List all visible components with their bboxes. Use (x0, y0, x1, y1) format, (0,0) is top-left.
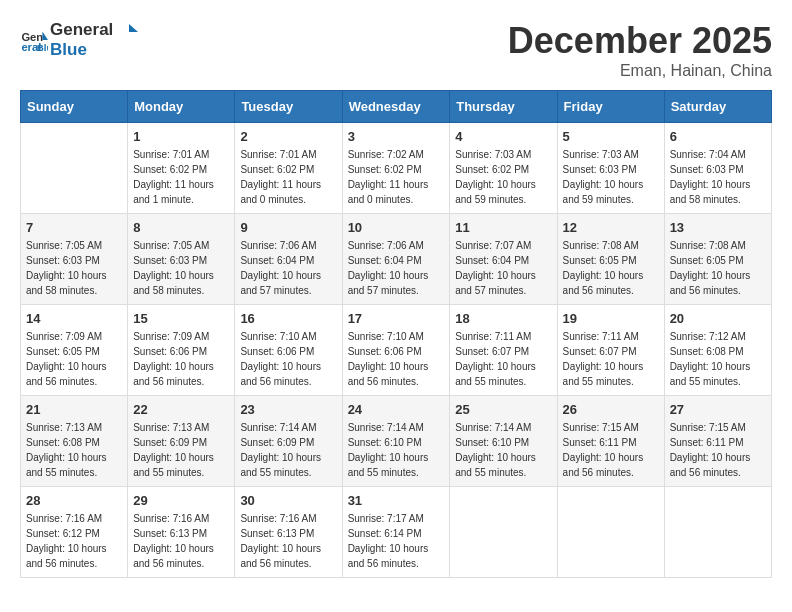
svg-marker-2 (42, 32, 48, 40)
day-number: 7 (26, 220, 122, 235)
day-info: Sunrise: 7:15 AM Sunset: 6:11 PM Dayligh… (670, 420, 766, 480)
day-info: Sunrise: 7:05 AM Sunset: 6:03 PM Dayligh… (133, 238, 229, 298)
calendar-cell: 21Sunrise: 7:13 AM Sunset: 6:08 PM Dayli… (21, 396, 128, 487)
day-info: Sunrise: 7:13 AM Sunset: 6:08 PM Dayligh… (26, 420, 122, 480)
day-number: 30 (240, 493, 336, 508)
calendar-cell: 27Sunrise: 7:15 AM Sunset: 6:11 PM Dayli… (664, 396, 771, 487)
day-number: 5 (563, 129, 659, 144)
day-info: Sunrise: 7:01 AM Sunset: 6:02 PM Dayligh… (240, 147, 336, 207)
day-info: Sunrise: 7:03 AM Sunset: 6:03 PM Dayligh… (563, 147, 659, 207)
day-info: Sunrise: 7:03 AM Sunset: 6:02 PM Dayligh… (455, 147, 551, 207)
day-number: 16 (240, 311, 336, 326)
day-info: Sunrise: 7:07 AM Sunset: 6:04 PM Dayligh… (455, 238, 551, 298)
day-number: 10 (348, 220, 445, 235)
day-info: Sunrise: 7:01 AM Sunset: 6:02 PM Dayligh… (133, 147, 229, 207)
calendar-cell (664, 487, 771, 578)
calendar-cell: 1Sunrise: 7:01 AM Sunset: 6:02 PM Daylig… (128, 123, 235, 214)
calendar-cell: 6Sunrise: 7:04 AM Sunset: 6:03 PM Daylig… (664, 123, 771, 214)
day-number: 4 (455, 129, 551, 144)
calendar-cell: 25Sunrise: 7:14 AM Sunset: 6:10 PM Dayli… (450, 396, 557, 487)
day-number: 15 (133, 311, 229, 326)
calendar-cell: 11Sunrise: 7:07 AM Sunset: 6:04 PM Dayli… (450, 214, 557, 305)
calendar-cell: 5Sunrise: 7:03 AM Sunset: 6:03 PM Daylig… (557, 123, 664, 214)
svg-text:Blue: Blue (37, 43, 48, 54)
week-row-1: 7Sunrise: 7:05 AM Sunset: 6:03 PM Daylig… (21, 214, 772, 305)
day-info: Sunrise: 7:16 AM Sunset: 6:13 PM Dayligh… (240, 511, 336, 571)
location: Eman, Hainan, China (508, 62, 772, 80)
calendar-cell: 7Sunrise: 7:05 AM Sunset: 6:03 PM Daylig… (21, 214, 128, 305)
header-cell-thursday: Thursday (450, 91, 557, 123)
day-info: Sunrise: 7:04 AM Sunset: 6:03 PM Dayligh… (670, 147, 766, 207)
week-row-0: 1Sunrise: 7:01 AM Sunset: 6:02 PM Daylig… (21, 123, 772, 214)
day-info: Sunrise: 7:14 AM Sunset: 6:10 PM Dayligh… (348, 420, 445, 480)
day-number: 3 (348, 129, 445, 144)
header-cell-sunday: Sunday (21, 91, 128, 123)
day-info: Sunrise: 7:09 AM Sunset: 6:06 PM Dayligh… (133, 329, 229, 389)
day-info: Sunrise: 7:14 AM Sunset: 6:09 PM Dayligh… (240, 420, 336, 480)
calendar-cell (21, 123, 128, 214)
logo: Gen eral Blue General Blue (20, 20, 138, 61)
day-number: 24 (348, 402, 445, 417)
day-number: 25 (455, 402, 551, 417)
page-header: Gen eral Blue General Blue December 2025… (20, 20, 772, 80)
day-number: 14 (26, 311, 122, 326)
day-number: 26 (563, 402, 659, 417)
day-info: Sunrise: 7:08 AM Sunset: 6:05 PM Dayligh… (670, 238, 766, 298)
day-info: Sunrise: 7:16 AM Sunset: 6:12 PM Dayligh… (26, 511, 122, 571)
day-number: 12 (563, 220, 659, 235)
calendar-cell: 15Sunrise: 7:09 AM Sunset: 6:06 PM Dayli… (128, 305, 235, 396)
header-row: SundayMondayTuesdayWednesdayThursdayFrid… (21, 91, 772, 123)
week-row-2: 14Sunrise: 7:09 AM Sunset: 6:05 PM Dayli… (21, 305, 772, 396)
calendar-header: SundayMondayTuesdayWednesdayThursdayFrid… (21, 91, 772, 123)
calendar-cell: 23Sunrise: 7:14 AM Sunset: 6:09 PM Dayli… (235, 396, 342, 487)
day-number: 2 (240, 129, 336, 144)
calendar-cell: 14Sunrise: 7:09 AM Sunset: 6:05 PM Dayli… (21, 305, 128, 396)
calendar-cell: 30Sunrise: 7:16 AM Sunset: 6:13 PM Dayli… (235, 487, 342, 578)
calendar-cell: 9Sunrise: 7:06 AM Sunset: 6:04 PM Daylig… (235, 214, 342, 305)
calendar-cell: 2Sunrise: 7:01 AM Sunset: 6:02 PM Daylig… (235, 123, 342, 214)
calendar-cell: 13Sunrise: 7:08 AM Sunset: 6:05 PM Dayli… (664, 214, 771, 305)
day-number: 21 (26, 402, 122, 417)
day-info: Sunrise: 7:10 AM Sunset: 6:06 PM Dayligh… (240, 329, 336, 389)
calendar-cell: 3Sunrise: 7:02 AM Sunset: 6:02 PM Daylig… (342, 123, 450, 214)
day-info: Sunrise: 7:06 AM Sunset: 6:04 PM Dayligh… (240, 238, 336, 298)
header-cell-tuesday: Tuesday (235, 91, 342, 123)
day-info: Sunrise: 7:11 AM Sunset: 6:07 PM Dayligh… (563, 329, 659, 389)
day-info: Sunrise: 7:15 AM Sunset: 6:11 PM Dayligh… (563, 420, 659, 480)
day-number: 23 (240, 402, 336, 417)
calendar-cell: 12Sunrise: 7:08 AM Sunset: 6:05 PM Dayli… (557, 214, 664, 305)
calendar-cell: 17Sunrise: 7:10 AM Sunset: 6:06 PM Dayli… (342, 305, 450, 396)
calendar-cell: 31Sunrise: 7:17 AM Sunset: 6:14 PM Dayli… (342, 487, 450, 578)
week-row-3: 21Sunrise: 7:13 AM Sunset: 6:08 PM Dayli… (21, 396, 772, 487)
calendar-cell: 29Sunrise: 7:16 AM Sunset: 6:13 PM Dayli… (128, 487, 235, 578)
day-number: 19 (563, 311, 659, 326)
calendar-cell (557, 487, 664, 578)
calendar-cell: 20Sunrise: 7:12 AM Sunset: 6:08 PM Dayli… (664, 305, 771, 396)
calendar-cell: 4Sunrise: 7:03 AM Sunset: 6:02 PM Daylig… (450, 123, 557, 214)
day-number: 17 (348, 311, 445, 326)
day-info: Sunrise: 7:13 AM Sunset: 6:09 PM Dayligh… (133, 420, 229, 480)
calendar-cell: 26Sunrise: 7:15 AM Sunset: 6:11 PM Dayli… (557, 396, 664, 487)
svg-marker-4 (129, 24, 138, 32)
calendar-cell (450, 487, 557, 578)
calendar-cell: 19Sunrise: 7:11 AM Sunset: 6:07 PM Dayli… (557, 305, 664, 396)
day-info: Sunrise: 7:08 AM Sunset: 6:05 PM Dayligh… (563, 238, 659, 298)
calendar-cell: 22Sunrise: 7:13 AM Sunset: 6:09 PM Dayli… (128, 396, 235, 487)
day-info: Sunrise: 7:10 AM Sunset: 6:06 PM Dayligh… (348, 329, 445, 389)
day-info: Sunrise: 7:05 AM Sunset: 6:03 PM Dayligh… (26, 238, 122, 298)
day-info: Sunrise: 7:06 AM Sunset: 6:04 PM Dayligh… (348, 238, 445, 298)
month-title: December 2025 (508, 20, 772, 62)
day-number: 29 (133, 493, 229, 508)
day-number: 22 (133, 402, 229, 417)
calendar-cell: 10Sunrise: 7:06 AM Sunset: 6:04 PM Dayli… (342, 214, 450, 305)
title-block: December 2025 Eman, Hainan, China (508, 20, 772, 80)
day-info: Sunrise: 7:11 AM Sunset: 6:07 PM Dayligh… (455, 329, 551, 389)
day-number: 20 (670, 311, 766, 326)
day-number: 31 (348, 493, 445, 508)
calendar-cell: 8Sunrise: 7:05 AM Sunset: 6:03 PM Daylig… (128, 214, 235, 305)
day-number: 8 (133, 220, 229, 235)
header-cell-saturday: Saturday (664, 91, 771, 123)
calendar-body: 1Sunrise: 7:01 AM Sunset: 6:02 PM Daylig… (21, 123, 772, 578)
day-number: 6 (670, 129, 766, 144)
logo-icon: Gen eral Blue (20, 26, 48, 54)
